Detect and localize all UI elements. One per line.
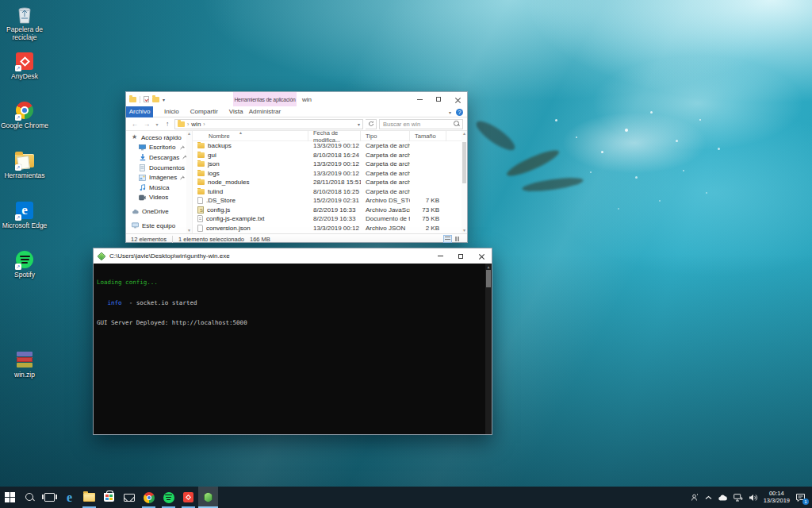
column-header-tipo[interactable]: Tipo: [361, 131, 410, 141]
close-button[interactable]: [471, 248, 492, 264]
file-row[interactable]: json 13/3/2019 00:12 Carpeta de archivos: [193, 160, 467, 169]
console-title: C:\Users\javie\Desktop\win\gunthy-win.ex…: [109, 252, 426, 260]
file-row[interactable]: gui 8/10/2018 16:24 Carpeta de archivos: [193, 151, 467, 160]
bubble: [625, 129, 628, 132]
search-input[interactable]: Buscar en win: [379, 119, 463, 129]
tab-administrar[interactable]: Administrar: [233, 108, 297, 115]
file-row[interactable]: config-js-example.txt 8/2/2019 16:33 Doc…: [193, 214, 467, 224]
volume-icon[interactable]: [749, 494, 758, 502]
console-scrollbar[interactable]: ▲: [485, 264, 492, 434]
shortcut-arrow-icon: ↗: [15, 214, 21, 221]
pin-icon: [180, 145, 185, 150]
onedrive-cloud-icon: [132, 208, 139, 215]
taskbar-search-button[interactable]: [20, 487, 40, 508]
close-button[interactable]: [448, 92, 467, 106]
file-explorer-icon: [83, 493, 95, 502]
sidebar-item-escritorio[interactable]: Escritorio: [126, 143, 186, 153]
scroll-up-icon[interactable]: ▲: [462, 132, 466, 136]
task-view-button[interactable]: [40, 487, 59, 508]
sidebar-item-descargas[interactable]: Descargas: [126, 152, 186, 163]
forward-icon[interactable]: →: [142, 120, 151, 128]
maximize-button[interactable]: [429, 92, 448, 106]
refresh-button[interactable]: [366, 119, 377, 129]
recent-locations-icon[interactable]: ▾: [154, 121, 160, 127]
file-row[interactable]: .DS_Store 15/2/2019 02:31 Archivo DS_STO…: [193, 196, 467, 206]
maximize-button[interactable]: [450, 248, 471, 264]
taskbar-anydesk[interactable]: [178, 487, 198, 508]
file-row[interactable]: logs 13/3/2019 00:12 Carpeta de archivos: [193, 169, 467, 179]
music-icon: [139, 184, 146, 191]
console-output[interactable]: Loading config... info - socket.io start…: [94, 264, 492, 434]
bubble: [555, 119, 557, 121]
chrome-icon: [144, 492, 155, 503]
address-input[interactable]: › win › ▾: [174, 119, 363, 129]
edge-icon: e: [67, 492, 72, 503]
desktop-icon-microsoft-edge[interactable]: e ↗ Microsoft Edge: [0, 200, 49, 230]
file-row[interactable]: conversion.json 13/3/2019 00:12 Archivo …: [193, 224, 467, 233]
file-row[interactable]: tulind 8/10/2018 16:25 Carpeta de archiv…: [193, 187, 467, 197]
desktop-icon-herramientas[interactable]: ↗ Herramientas: [0, 150, 49, 180]
help-icon[interactable]: ?: [456, 109, 463, 116]
scrollbar-thumb[interactable]: [486, 270, 491, 287]
winrar-archive-icon: [14, 349, 35, 370]
onedrive-tray-icon[interactable]: [718, 495, 728, 501]
new-folder-icon[interactable]: [152, 97, 159, 102]
bubble: [650, 111, 653, 114]
tab-inicio[interactable]: Inicio: [164, 108, 179, 115]
details-view-button[interactable]: [443, 235, 452, 243]
minimize-button[interactable]: [430, 248, 450, 264]
taskbar-gunthy[interactable]: [198, 487, 218, 508]
column-header-nombre[interactable]: ▲Nombre: [193, 131, 308, 141]
up-icon[interactable]: ↑: [163, 120, 172, 128]
people-icon[interactable]: [691, 493, 699, 502]
desktop-icon-win-zip[interactable]: win.zip: [0, 349, 49, 379]
selected-count: 1 elemento seleccionado: [178, 236, 244, 243]
address-dropdown-icon[interactable]: ▾: [358, 121, 360, 127]
column-header-tamano[interactable]: Tamaño: [410, 131, 446, 141]
sidebar-item-onedrive[interactable]: OneDrive: [126, 206, 186, 217]
taskbar-spotify[interactable]: [159, 487, 178, 508]
task-view-icon: [44, 493, 55, 502]
taskbar-file-explorer[interactable]: [79, 487, 99, 508]
breadcrumb[interactable]: win: [191, 121, 201, 128]
scroll-down-icon[interactable]: ▼: [462, 229, 466, 233]
maximize-icon: [458, 254, 463, 259]
desktop-icon-label: win.zip: [0, 371, 49, 379]
sidebar-item-documentos[interactable]: Documentos: [126, 163, 186, 173]
sidebar-item-videos[interactable]: Videos: [126, 193, 186, 203]
scroll-up-icon[interactable]: ▲: [187, 132, 191, 136]
customize-toolbar-icon[interactable]: ▾: [163, 97, 165, 102]
sidebar-scrollbar[interactable]: ▲ ▼: [186, 131, 192, 233]
file-row[interactable]: node_modules 28/11/2018 15:51 Carpeta de…: [193, 178, 467, 187]
sidebar-item-musica[interactable]: Música: [126, 183, 186, 193]
folder-icon: [197, 161, 205, 167]
back-icon[interactable]: ←: [130, 120, 140, 128]
taskbar-clock[interactable]: 00:14 13/3/2019: [764, 491, 790, 504]
bubble: [676, 140, 678, 142]
scroll-down-icon[interactable]: ▼: [187, 229, 191, 233]
taskbar-store[interactable]: [99, 487, 119, 508]
taskbar-mail[interactable]: [119, 487, 139, 508]
minimize-button[interactable]: [410, 92, 429, 106]
network-icon[interactable]: [733, 494, 743, 502]
tab-archivo[interactable]: Archivo: [126, 106, 153, 117]
sidebar-item-quick-access[interactable]: ★ Acceso rápido: [126, 133, 186, 143]
desktop-icon-spotify[interactable]: ↗ Spotify: [0, 249, 49, 279]
sidebar-item-este-equipo[interactable]: Este equipo: [126, 221, 186, 231]
action-center-button[interactable]: 1: [795, 493, 806, 502]
collapse-ribbon-icon[interactable]: ▾: [449, 110, 451, 115]
thumbnails-view-button[interactable]: [454, 235, 462, 243]
desktop-icon-anydesk[interactable]: ↗ AnyDesk: [0, 51, 49, 81]
tab-compartir[interactable]: Compartir: [190, 108, 218, 115]
scrollbar-thumb[interactable]: [462, 142, 466, 183]
desktop-icon-google-chrome[interactable]: ↗ Google Chrome: [0, 100, 49, 130]
sidebar-item-imagenes[interactable]: Imágenes: [126, 172, 186, 183]
start-button[interactable]: [0, 487, 20, 508]
properties-icon[interactable]: [144, 96, 149, 102]
desktop-icon-recycle-bin[interactable]: Papelera de reciclaje: [0, 4, 49, 41]
column-header-fecha[interactable]: Fecha de modifica...: [308, 131, 361, 141]
taskbar-chrome[interactable]: [139, 487, 159, 508]
file-row[interactable]: config.js 8/2/2019 16:33 Archivo JavaScr…: [193, 206, 467, 215]
show-hidden-icons-chevron[interactable]: [705, 495, 712, 500]
taskbar-edge[interactable]: e: [59, 487, 79, 508]
